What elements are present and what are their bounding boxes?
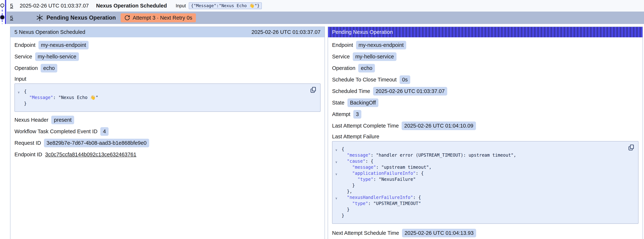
field-label: Nexus Header [14,117,48,123]
field-row: Scheduled Time2025-02-26 UTC 01:03:37.07 [332,87,638,95]
field-value-chip: 2025-02-26 UTC 01:03:37.07 [373,87,447,96]
field-row: Operationecho [14,64,320,72]
copy-button[interactable] [309,86,317,94]
copy-icon [628,144,635,151]
json-text: { [342,146,344,152]
field-value-chip: 3e829b7e-7d67-4b08-aad3-b1e868bfe9e0 [44,139,149,147]
field-row: Endpointmy-nexus-endpoint [332,41,638,49]
field-row: Endpoint ID3c0c75ccfa8144b092c13ce632463… [14,150,320,158]
field-label: Operation [332,65,355,71]
json-line: "type": "NexusFailure" [332,176,625,182]
json-key: "applicationFailureInfo" [352,171,416,176]
event-name: Nexus Operation Scheduled [96,3,167,9]
json-text: } [342,213,344,218]
json-line: "type": "UPSTREAM_TIMEOUT" [332,200,625,206]
field-label: Schedule To Close Timeout [332,77,397,83]
field-value-chip: 4 [100,127,108,136]
json-line: }, [332,188,625,194]
event-id-link[interactable]: 5 [10,2,13,9]
json-key: "Message" [29,95,53,100]
field-value-chip: echo [41,64,57,72]
event-timestamp: 2025-02-26 UTC 01:03:37.07 [20,3,89,9]
retry-icon [124,15,130,21]
field-label: Service [332,54,350,60]
field-label: Workflow Task Completed Event ID [14,128,98,134]
field-value-link[interactable]: 3c0c75ccfa8144b092c13ce632463761 [45,152,136,158]
json-line: "message": "upstream timeout", [332,164,625,170]
json-line: ∨{ [332,146,625,152]
field-value-chip: present [51,116,74,124]
retry-badge-text: Attempt 3 · Next Retry 0s [133,15,192,21]
field-row: Nexus Headerpresent [14,116,320,124]
json-line: } [332,213,625,219]
field-label: Endpoint [14,42,36,48]
panel-timestamp: 2025-02-26 UTC 01:03:37.07 [252,29,320,35]
panel-header: Pending Nexus Operation [328,27,642,37]
field-label: Attempt [332,111,350,117]
field-row: Next Attempt Schedule Time2025-02-26 UTC… [332,229,638,237]
json-key: "message" [352,165,376,170]
json-text: } [352,183,355,188]
timeline-active-bar [5,0,6,24]
event-row-nexus-operation-scheduled[interactable]: 5 2025-02-26 UTC 01:03:37.07 Nexus Opera… [6,0,644,11]
json-text: : "Nexus Echo 👋" [53,95,98,100]
pending-event-name: Pending Nexus Operation [46,14,116,21]
panel-title: 5 Nexus Operation Scheduled [14,29,85,35]
field-row: Schedule To Close Timeout0s [332,76,638,84]
json-line: ∨"nexusHandlerFailureInfo": { [332,194,625,200]
field-row: Request ID3e829b7e-7d67-4b08-aad3-b1e868… [14,139,320,147]
json-text: { [24,89,26,94]
event-id-link[interactable]: 5 [10,15,13,21]
field-label: Last Attempt Complete Time [332,123,399,129]
event-input-preview-chip: {"Message":"Nexus Echo 👋"} [189,2,262,9]
field-row: Operationecho [332,64,638,72]
last-attempt-failure-label: Last Attempt Failure [332,133,638,140]
field-row: Servicemy-hello-service [14,52,320,60]
json-key: "type" [352,201,368,206]
field-label: Next Attempt Schedule Time [332,230,399,236]
json-line: } [332,206,625,213]
failure-json-block: ∨{"message": "handler error (UPSTREAM_TI… [332,141,638,224]
json-key: "cause" [347,159,366,164]
field-value-chip: my-nexus-endpoint [356,41,406,50]
field-row: Last Attempt Complete Time2025-02-26 UTC… [332,122,638,130]
json-line: ∨{ [15,88,307,94]
json-line: ∨"applicationFailureInfo": { [332,170,625,176]
json-text: : "handler error (UPSTREAM_TIMEOUT): ups… [371,152,516,158]
json-key: "type" [358,177,374,182]
workflow-event-history-view: { "colors": { "accent": "#4845e0", "text… [0,0,644,239]
timeline-node-scheduled[interactable] [0,4,4,7]
field-row: Attempt3 [332,110,638,118]
field-label: Operation [14,65,38,71]
input-json-block: ∨{"Message": "Nexus Echo 👋"} [14,84,320,112]
json-text: : "NexusFailure" [374,177,416,182]
json-line: } [15,101,307,107]
json-key: "nexusHandlerFailureInfo" [347,195,413,200]
field-label: Request ID [14,140,41,146]
timeline-dashed-line [2,6,2,24]
field-value-chip: my-hello-service [35,52,79,61]
json-text: : { [413,195,421,200]
event-input-label: Input [176,3,186,8]
json-text: : { [416,171,424,176]
field-value-chip: 2025-02-26 UTC 01:04:13.93 [402,229,476,237]
field-label: Endpoint ID [14,152,42,158]
copy-button[interactable] [627,144,635,152]
retry-attempt-badge: Attempt 3 · Next Retry 0s [121,13,196,22]
json-text: } [347,207,350,212]
json-text: : "UPSTREAM_TIMEOUT" [368,201,421,206]
timeline-node-pending[interactable] [0,15,4,19]
field-label: Scheduled Time [332,88,370,94]
json-text: } [24,101,26,106]
event-row-pending-nexus-operation[interactable]: 5 Pending Nexus Operation Attempt 3 · Ne… [6,12,644,24]
field-row: Workflow Task Completed Event ID4 [14,127,320,136]
panel-title: Pending Nexus Operation [332,29,393,35]
field-value-chip: 3 [353,110,361,118]
json-line: "message": "handler error (UPSTREAM_TIME… [332,152,625,158]
field-value-chip: 0s [400,76,410,84]
field-row: Endpointmy-nexus-endpoint [14,41,320,49]
panel-pending-nexus-operation: Pending Nexus Operation Endpointmy-nexus… [328,26,643,239]
json-line: "Message": "Nexus Echo 👋" [15,94,307,101]
field-label: State [332,100,344,106]
field-value-chip: my-nexus-endpoint [38,41,89,50]
